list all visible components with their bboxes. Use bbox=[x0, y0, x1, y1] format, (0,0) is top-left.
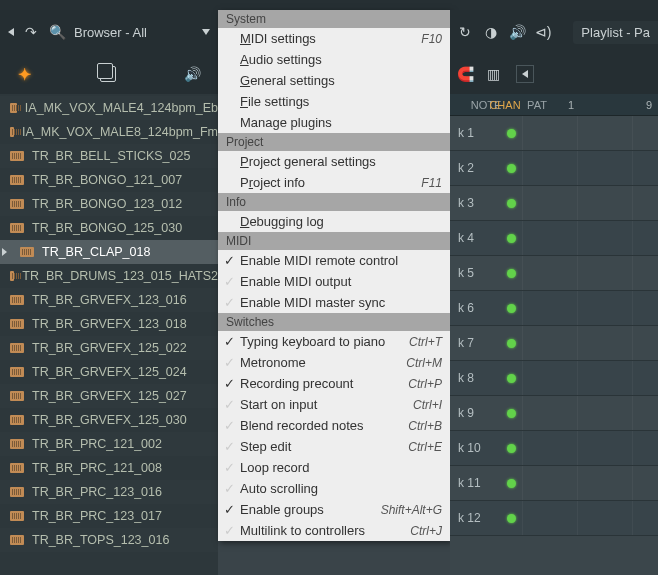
file-row[interactable]: IA_MK_VOX_MALE8_124bpm_Fm bbox=[0, 120, 218, 144]
menu-item[interactable]: Enable MIDI output bbox=[218, 271, 450, 292]
menu-item[interactable]: MIDI settingsF10 bbox=[218, 28, 450, 49]
dropdown-icon[interactable] bbox=[202, 29, 210, 35]
menu-item[interactable]: Blend recorded notesCtrl+B bbox=[218, 415, 450, 436]
menu-item[interactable]: Manage plugins bbox=[218, 112, 450, 133]
forward-icon[interactable]: ↷ bbox=[22, 23, 40, 41]
menu-item[interactable]: Step editCtrl+E bbox=[218, 436, 450, 457]
track-grid[interactable] bbox=[522, 221, 658, 255]
speaker-icon[interactable]: ⊲) bbox=[534, 23, 552, 41]
file-row[interactable]: TR_BR_GRVEFX_125_024 bbox=[0, 360, 218, 384]
track-row[interactable]: k 6 bbox=[450, 291, 658, 326]
track-enabled-indicator[interactable] bbox=[507, 304, 516, 313]
ruler-chan[interactable]: CHAN bbox=[486, 99, 524, 111]
track-row[interactable]: k 9 bbox=[450, 396, 658, 431]
file-row[interactable]: TR_BR_PRC_123_016 bbox=[0, 480, 218, 504]
file-row[interactable]: TR_BR_BONGO_125_030 bbox=[0, 216, 218, 240]
track-row[interactable]: k 3 bbox=[450, 186, 658, 221]
track-enabled-indicator[interactable] bbox=[507, 129, 516, 138]
knob-icon[interactable]: ◑ bbox=[482, 23, 500, 41]
file-row[interactable]: TR_BR_GRVEFX_125_030 bbox=[0, 408, 218, 432]
track-row[interactable]: k 11 bbox=[450, 466, 658, 501]
ruler-pat[interactable]: PAT bbox=[522, 99, 552, 111]
track-row[interactable]: k 12 bbox=[450, 501, 658, 536]
track-enabled-indicator[interactable] bbox=[507, 199, 516, 208]
track-enabled-indicator[interactable] bbox=[507, 479, 516, 488]
track-grid[interactable] bbox=[522, 256, 658, 290]
track-grid[interactable] bbox=[522, 361, 658, 395]
track-enabled-indicator[interactable] bbox=[507, 409, 516, 418]
track-enabled-indicator[interactable] bbox=[507, 234, 516, 243]
track-enabled-indicator[interactable] bbox=[507, 164, 516, 173]
track-grid[interactable] bbox=[522, 396, 658, 430]
file-row[interactable]: TR_BR_TOPS_123_016 bbox=[0, 528, 218, 552]
browser-header: ↷ 🔍 Browser - All bbox=[0, 10, 218, 54]
playlist-toolbar-upper: ↻ ◑ 🔊 ⊲) Playlist - Pa bbox=[450, 10, 658, 54]
menu-item[interactable]: Start on inputCtrl+I bbox=[218, 394, 450, 415]
file-row[interactable]: TR_BR_BONGO_121_007 bbox=[0, 168, 218, 192]
scroll-left-button[interactable] bbox=[516, 65, 534, 83]
track-row[interactable]: k 2 bbox=[450, 151, 658, 186]
preview-audio-icon[interactable] bbox=[184, 66, 200, 82]
keyboard-icon[interactable]: ▥ bbox=[484, 65, 502, 83]
file-row[interactable]: TR_BR_PRC_123_017 bbox=[0, 504, 218, 528]
menu-item[interactable]: Multilink to controllersCtrl+J bbox=[218, 520, 450, 541]
file-row[interactable]: TR_BR_DRUMS_123_015_HATS2 bbox=[0, 264, 218, 288]
ruler-number: 1 bbox=[568, 99, 574, 111]
file-row[interactable]: TR_BR_GRVEFX_125_022 bbox=[0, 336, 218, 360]
file-row[interactable]: TR_BR_GRVEFX_123_016 bbox=[0, 288, 218, 312]
copy-icon[interactable] bbox=[100, 66, 116, 82]
track-grid[interactable] bbox=[522, 431, 658, 465]
track-enabled-indicator[interactable] bbox=[507, 444, 516, 453]
audio-file-icon bbox=[10, 103, 17, 113]
browser-panel: ↷ 🔍 Browser - All ✦ IA_MK_VOX_MALE4_124b… bbox=[0, 10, 218, 575]
track-row[interactable]: k 8 bbox=[450, 361, 658, 396]
menu-item-shortcut: F11 bbox=[421, 176, 442, 190]
track-row[interactable]: k 1 bbox=[450, 116, 658, 151]
menu-item[interactable]: Auto scrolling bbox=[218, 478, 450, 499]
menu-item[interactable]: Loop record bbox=[218, 457, 450, 478]
track-grid[interactable] bbox=[522, 291, 658, 325]
menu-item[interactable]: Debugging log bbox=[218, 211, 450, 232]
file-row[interactable]: TR_BR_BELL_STICKS_025 bbox=[0, 144, 218, 168]
add-icon[interactable]: ✦ bbox=[18, 65, 31, 84]
track-enabled-indicator[interactable] bbox=[507, 374, 516, 383]
back-icon[interactable] bbox=[8, 28, 14, 36]
menu-item[interactable]: General settings bbox=[218, 70, 450, 91]
file-name: TR_BR_GRVEFX_125_030 bbox=[32, 413, 187, 427]
menu-item[interactable]: Audio settings bbox=[218, 49, 450, 70]
menu-item[interactable]: Recording precountCtrl+P bbox=[218, 373, 450, 394]
track-grid[interactable] bbox=[522, 326, 658, 360]
menu-item[interactable]: MetronomeCtrl+M bbox=[218, 352, 450, 373]
track-grid[interactable] bbox=[522, 186, 658, 220]
magnet-icon[interactable]: 🧲 bbox=[456, 65, 474, 83]
track-grid[interactable] bbox=[522, 466, 658, 500]
track-row[interactable]: k 5 bbox=[450, 256, 658, 291]
file-row[interactable]: TR_BR_GRVEFX_123_018 bbox=[0, 312, 218, 336]
track-label: k 11 bbox=[450, 476, 522, 490]
track-row[interactable]: k 7 bbox=[450, 326, 658, 361]
menu-item[interactable]: File settings bbox=[218, 91, 450, 112]
file-row[interactable]: TR_BR_BONGO_123_012 bbox=[0, 192, 218, 216]
track-row[interactable]: k 4 bbox=[450, 221, 658, 256]
file-row[interactable]: IA_MK_VOX_MALE4_124bpm_Eb bbox=[0, 96, 218, 120]
volume-icon[interactable]: 🔊 bbox=[508, 23, 526, 41]
search-icon[interactable]: 🔍 bbox=[48, 23, 66, 41]
file-row[interactable]: TR_BR_PRC_121_002 bbox=[0, 432, 218, 456]
menu-item[interactable]: Enable MIDI master sync bbox=[218, 292, 450, 313]
file-row[interactable]: TR_BR_GRVEFX_125_027 bbox=[0, 384, 218, 408]
refresh-icon[interactable]: ↻ bbox=[456, 23, 474, 41]
menu-item[interactable]: Project general settings bbox=[218, 151, 450, 172]
track-grid[interactable] bbox=[522, 151, 658, 185]
menu-item[interactable]: Project infoF11 bbox=[218, 172, 450, 193]
track-grid[interactable] bbox=[522, 501, 658, 535]
file-row[interactable]: TR_BR_PRC_121_008 bbox=[0, 456, 218, 480]
file-row[interactable]: TR_BR_CLAP_018 bbox=[0, 240, 218, 264]
track-row[interactable]: k 10 bbox=[450, 431, 658, 466]
menu-item[interactable]: Enable groupsShift+Alt+G bbox=[218, 499, 450, 520]
track-enabled-indicator[interactable] bbox=[507, 514, 516, 523]
track-enabled-indicator[interactable] bbox=[507, 339, 516, 348]
track-grid[interactable] bbox=[522, 116, 658, 150]
track-enabled-indicator[interactable] bbox=[507, 269, 516, 278]
menu-item[interactable]: Typing keyboard to pianoCtrl+T bbox=[218, 331, 450, 352]
menu-item[interactable]: Enable MIDI remote control bbox=[218, 250, 450, 271]
